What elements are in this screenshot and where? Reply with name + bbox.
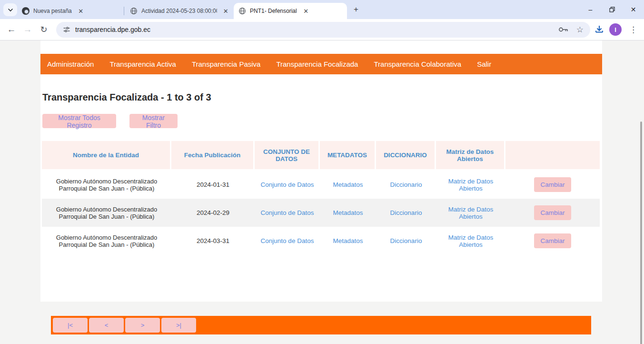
tab-close-icon[interactable]: ✕: [222, 7, 230, 15]
publication-date: 2024-01-31: [171, 178, 255, 191]
cambiar-button[interactable]: Cambiar: [534, 177, 571, 192]
matriz-datos-link[interactable]: Matriz de Datos Abiertos: [445, 234, 496, 248]
chrome-logo-icon: [22, 7, 30, 15]
nav-item-administracion[interactable]: Administración: [47, 60, 94, 68]
tab-title: Actividad 2024-05-23 08:00:00: [141, 8, 217, 14]
tab-close-icon[interactable]: ✕: [302, 7, 310, 15]
entity-name: Gobierno Autónomo Descentralizado Parroq…: [42, 175, 171, 195]
tab-actividad[interactable]: Actividad 2024-05-23 08:00:00 ✕: [125, 3, 234, 19]
nav-item-transparencia-colaborativa[interactable]: Transparencia Colaborativa: [374, 60, 461, 68]
metadatos-link[interactable]: Metadatos: [333, 237, 363, 244]
chevron-down-icon: [8, 7, 13, 13]
show-all-records-button[interactable]: Mostrar Todos Registro: [42, 114, 116, 128]
conjunto-datos-link[interactable]: Conjunto de Datos: [261, 209, 314, 216]
header-matriz: Matriz de Datos Abiertos: [436, 141, 505, 169]
forward-button[interactable]: →: [20, 21, 36, 38]
window-controls: – ✕: [580, 0, 644, 19]
nav-item-transparencia-activa[interactable]: Transparencia Activa: [109, 60, 176, 68]
downloads-icon[interactable]: [594, 24, 604, 35]
tab-title: Nueva pestaña: [33, 8, 72, 14]
profile-avatar[interactable]: I: [609, 23, 622, 36]
pagination-bar: |< < > >|: [51, 316, 591, 334]
records-table: Nombre de la Entidad Fecha Publicación C…: [42, 141, 600, 255]
table-row: Gobierno Autónomo Descentralizado Parroq…: [42, 171, 600, 199]
entity-name: Gobierno Autónomo Descentralizado Parroq…: [42, 203, 171, 223]
matriz-datos-link[interactable]: Matriz de Datos Abiertos: [445, 206, 496, 220]
webpage-viewport: Administración Transparencia Activa Tran…: [0, 40, 644, 344]
publication-date: 2024-03-31: [171, 234, 255, 247]
nav-item-transparencia-pasiva[interactable]: Transparencia Pasiva: [192, 60, 261, 68]
metadatos-link[interactable]: Metadatos: [333, 181, 363, 188]
browser-titlebar: Nueva pestaña ✕ Actividad 2024-05-23 08:…: [0, 0, 644, 19]
header-entity: Nombre de la Entidad: [42, 141, 171, 169]
scrollbar-thumb[interactable]: [640, 121, 642, 344]
site-info-icon[interactable]: [63, 26, 70, 33]
browser-menu-icon[interactable]: ⋮: [626, 25, 640, 35]
header-metadatos: METADATOS: [320, 141, 376, 169]
table-row: Gobierno Autónomo Descentralizado Parroq…: [42, 199, 600, 227]
action-buttons: Mostrar Todos Registro Mostrar Filtro: [42, 114, 602, 128]
nav-item-salir[interactable]: Salir: [477, 60, 491, 68]
header-diccionario: DICCIONARIO: [376, 141, 436, 169]
main-navigation: Administración Transparencia Activa Tran…: [40, 54, 602, 74]
restore-icon: [609, 7, 615, 12]
new-tab-button[interactable]: +: [350, 3, 362, 16]
pagination-prev-button[interactable]: <: [89, 318, 124, 333]
nav-item-transparencia-focalizada[interactable]: Transparencia Focalizada: [276, 60, 358, 68]
matriz-datos-link[interactable]: Matriz de Datos Abiertos: [445, 178, 496, 192]
conjunto-datos-link[interactable]: Conjunto de Datos: [261, 237, 314, 244]
header-fecha: Fecha Publicación: [171, 141, 255, 169]
diccionario-link[interactable]: Diccionario: [390, 209, 422, 216]
diccionario-link[interactable]: Diccionario: [390, 237, 422, 244]
close-window-button[interactable]: ✕: [623, 0, 644, 19]
metadatos-link[interactable]: Metadatos: [333, 209, 363, 216]
tab-separator: [124, 7, 124, 15]
header-actions: [505, 141, 600, 169]
conjunto-datos-link[interactable]: Conjunto de Datos: [261, 181, 314, 188]
tab-close-icon[interactable]: ✕: [77, 7, 85, 15]
restore-button[interactable]: [601, 0, 623, 19]
entity-name: Gobierno Autónomo Descentralizado Parroq…: [42, 231, 171, 251]
pagination-next-button[interactable]: >: [125, 318, 160, 333]
pagination-last-button[interactable]: >|: [161, 318, 196, 333]
publication-date: 2024-02-29: [171, 206, 255, 219]
password-key-icon[interactable]: [558, 26, 569, 33]
url-text[interactable]: transparencia.dpe.gob.ec: [75, 26, 558, 33]
diccionario-link[interactable]: Diccionario: [390, 181, 422, 188]
bookmark-star-icon[interactable]: ☆: [576, 25, 584, 35]
tab-search-button[interactable]: [3, 3, 17, 16]
table-row: Gobierno Autónomo Descentralizado Parroq…: [42, 227, 600, 255]
globe-icon: [130, 7, 138, 15]
show-filter-button[interactable]: Mostrar Filtro: [129, 114, 178, 128]
browser-toolbar: ← → ↻ transparencia.dpe.gob.ec ☆ I ⋮: [0, 19, 644, 40]
address-bar[interactable]: transparencia.dpe.gob.ec ☆: [56, 22, 590, 38]
reload-button[interactable]: ↻: [36, 21, 52, 38]
table-header-row: Nombre de la Entidad Fecha Publicación C…: [42, 141, 600, 169]
cambiar-button[interactable]: Cambiar: [534, 205, 571, 220]
minimize-button[interactable]: –: [580, 0, 601, 19]
tab-pnt1-defensorial[interactable]: PNT1- Defensorial ✕: [234, 3, 347, 19]
tab-title: PNT1- Defensorial: [250, 8, 297, 14]
page-title: Transparencia Focalizada - 1 to 3 of 3: [42, 92, 602, 103]
globe-icon: [238, 7, 246, 15]
pagination-first-button[interactable]: |<: [53, 318, 88, 333]
cambiar-button[interactable]: Cambiar: [534, 233, 571, 248]
back-button[interactable]: ←: [3, 21, 20, 38]
tab-nueva-pestana[interactable]: Nueva pestaña ✕: [17, 3, 123, 19]
header-conjunto: CONJUNTO DE DATOS: [255, 141, 320, 169]
page-content: Administración Transparencia Activa Tran…: [40, 40, 602, 302]
